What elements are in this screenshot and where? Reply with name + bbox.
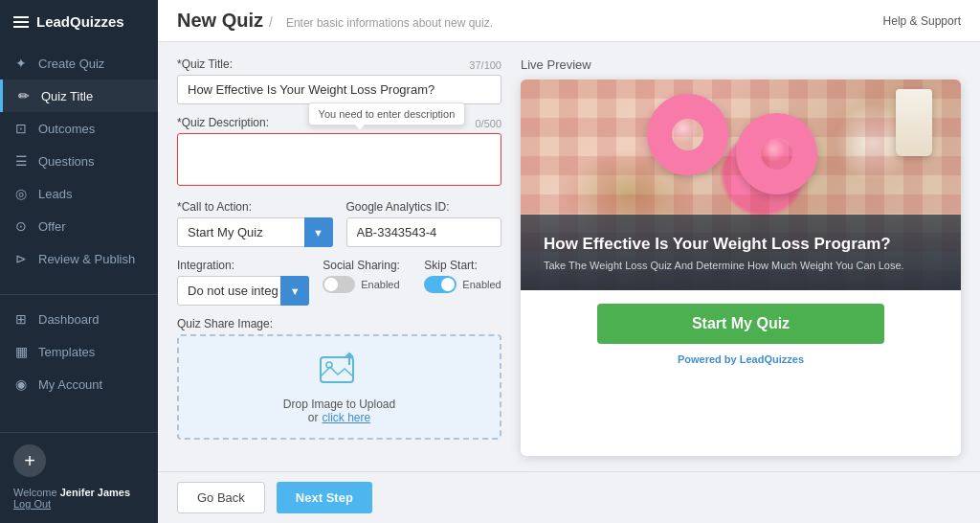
powered-by-brand: LeadQuizzes	[740, 353, 804, 365]
sidebar-item-review-publish[interactable]: ⊳ Review & Publish	[0, 242, 158, 275]
quiz-title-group: *Quiz Title: 37/100	[177, 57, 501, 104]
preview-cta-area: Start My Quiz Powered by LeadQuizzes	[521, 290, 961, 378]
social-sharing-toggle-wrap: Enabled	[323, 276, 411, 293]
app-logo: LeadQuizzes	[0, 0, 158, 39]
page-title: New Quiz	[177, 10, 263, 32]
validation-tooltip: You need to enter description	[308, 102, 466, 125]
powered-by: Powered by LeadQuizzes	[678, 353, 804, 365]
welcome-text: Welcome Jenifer James	[13, 487, 145, 498]
sidebar-item-label: Questions	[38, 154, 95, 169]
sidebar-item-create-quiz[interactable]: ✦ Create Quiz	[0, 47, 158, 80]
create-quiz-icon: ✦	[13, 56, 29, 71]
sidebar-nav: ✦ Create Quiz ✏ Quiz Title ⊡ Outcomes ☰ …	[0, 39, 158, 432]
sidebar-item-label: Dashboard	[38, 312, 100, 327]
social-sharing-group: Social Sharing: Enabled	[323, 259, 411, 293]
skip-start-enabled-label: Enabled	[462, 279, 501, 290]
next-step-button[interactable]: Next Step	[277, 482, 372, 513]
call-to-action-group: *Call to Action: Start My Quiz Take The …	[177, 200, 333, 247]
donut-pink-2	[736, 113, 817, 194]
logout-link[interactable]: Log Out	[13, 498, 145, 510]
preview-label: Live Preview	[521, 57, 961, 72]
leads-icon: ◎	[13, 186, 29, 201]
cta-analytics-row: *Call to Action: Start My Quiz Take The …	[177, 200, 501, 247]
sidebar-item-label: Leads	[38, 187, 72, 201]
help-link[interactable]: Help & Support	[883, 14, 961, 28]
sidebar-item-questions[interactable]: ☰ Questions	[0, 145, 158, 177]
preview-image: How Effective Is Your Weight Loss Progra…	[521, 80, 961, 290]
analytics-label: Google Analytics ID:	[346, 200, 502, 214]
sidebar-item-offer[interactable]: ⊙ Offer	[0, 210, 158, 242]
quiz-description-label: *Quiz Description:	[177, 116, 269, 129]
or-text: or	[308, 411, 319, 424]
drop-text: Drop Image to Upload	[283, 398, 395, 411]
main-content: New Quiz / Enter basic informations abou…	[158, 0, 980, 523]
review-icon: ⊳	[13, 251, 29, 266]
toggle-knob	[441, 278, 455, 291]
cta-select[interactable]: Start My Quiz Take The Quiz Begin Quiz	[177, 217, 333, 247]
add-button[interactable]: +	[13, 444, 46, 477]
start-quiz-button[interactable]: Start My Quiz	[597, 304, 884, 344]
sidebar-item-label: Quiz Title	[41, 89, 93, 103]
image-upload-group: Quiz Share Image: Drop Image to Upload	[177, 317, 501, 440]
social-sharing-enabled-label: Enabled	[361, 279, 399, 290]
sidebar-item-leads[interactable]: ◎ Leads	[0, 177, 158, 210]
skip-start-toggle[interactable]	[424, 276, 457, 293]
dashboard-icon: ⊞	[13, 311, 29, 327]
skip-start-group: Skip Start: Enabled	[424, 259, 501, 293]
app-name: LeadQuizzes	[36, 13, 124, 30]
image-upload-box[interactable]: Drop Image to Upload or click here	[177, 334, 501, 440]
preview-quiz-subtitle: Take The Weight Loss Quiz And Determine …	[544, 260, 938, 271]
quiz-title-char-count: 37/100	[469, 59, 501, 71]
description-wrap: You need to enter description	[177, 133, 501, 189]
donut-pink	[647, 94, 728, 175]
questions-icon: ☰	[13, 153, 29, 169]
quiz-desc-char-count: 0/500	[475, 118, 501, 129]
sidebar-bottom: + Welcome Jenifer James Log Out	[0, 432, 158, 523]
sidebar-item-label: Review & Publish	[38, 252, 135, 266]
account-icon: ◉	[13, 376, 29, 392]
sidebar-item-label: Create Quiz	[38, 57, 104, 71]
integration-select-wrap: Do not use integration Mailchimp HubSpot…	[177, 276, 309, 306]
page-header: New Quiz / Enter basic informations abou…	[158, 0, 980, 42]
cta-select-wrap: Start My Quiz Take The Quiz Begin Quiz ▼	[177, 217, 333, 247]
milk-glass	[896, 89, 932, 156]
preview-overlay-bottom: How Effective Is Your Weight Loss Progra…	[521, 215, 961, 290]
analytics-group: Google Analytics ID:	[346, 200, 502, 247]
svg-rect-0	[321, 357, 353, 382]
analytics-input[interactable]	[346, 217, 502, 247]
templates-icon: ▦	[13, 344, 29, 359]
go-back-button[interactable]: Go Back	[177, 482, 265, 513]
username: Jenifer James	[60, 487, 130, 498]
form-panel: *Quiz Title: 37/100 *Quiz Description: 0…	[177, 57, 501, 456]
social-sharing-label: Social Sharing:	[323, 259, 411, 272]
toggle-knob	[324, 278, 338, 291]
quiz-description-group: *Quiz Description: 0/500 You need to ent…	[177, 116, 501, 189]
quiz-title-input[interactable]	[177, 75, 501, 104]
bottom-bar: Go Back Next Step	[158, 471, 980, 523]
page-subtitle: Enter basic informations about new quiz.	[286, 16, 493, 30]
skip-start-label: Skip Start:	[424, 259, 501, 272]
sidebar-item-outcomes[interactable]: ⊡ Outcomes	[0, 112, 158, 145]
click-here-link[interactable]: click here	[322, 411, 370, 424]
sidebar-item-label: Templates	[38, 345, 95, 359]
quiz-description-input[interactable]	[177, 133, 501, 186]
preview-panel: Live Preview How Effective Is Your Weigh…	[521, 57, 961, 456]
sidebar-item-quiz-title[interactable]: ✏ Quiz Title	[0, 80, 158, 112]
integration-label: Integration:	[177, 259, 309, 272]
integration-select[interactable]: Do not use integration Mailchimp HubSpot	[177, 276, 309, 306]
cta-label: *Call to Action:	[177, 200, 333, 214]
image-label: Quiz Share Image:	[177, 317, 501, 330]
breadcrumb-separator: /	[269, 14, 273, 30]
social-sharing-toggle[interactable]	[323, 276, 355, 293]
offer-icon: ⊙	[13, 218, 29, 234]
donut-scene	[647, 94, 817, 194]
content-area: *Quiz Title: 37/100 *Quiz Description: 0…	[158, 42, 980, 471]
skip-start-toggle-wrap: Enabled	[424, 276, 501, 293]
quiz-title-label: *Quiz Title:	[177, 57, 233, 71]
sidebar-item-my-account[interactable]: ◉ My Account	[0, 368, 158, 400]
preview-quiz-title: How Effective Is Your Weight Loss Progra…	[544, 234, 938, 255]
sidebar-item-templates[interactable]: ▦ Templates	[0, 335, 158, 368]
sidebar-item-label: Offer	[38, 219, 66, 234]
sidebar-item-dashboard[interactable]: ⊞ Dashboard	[0, 303, 158, 335]
hamburger-icon[interactable]	[13, 16, 29, 28]
